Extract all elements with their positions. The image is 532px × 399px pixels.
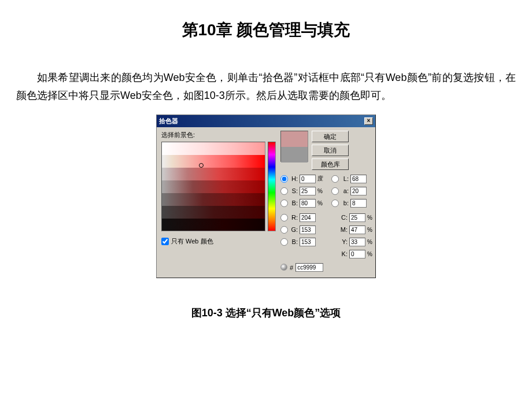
y-unit: %	[367, 239, 376, 245]
dialog-title: 拾色器	[159, 117, 178, 125]
c-input[interactable]	[349, 213, 365, 222]
s-input[interactable]	[300, 187, 316, 195]
y-input[interactable]	[349, 238, 365, 246]
l-input[interactable]	[350, 175, 367, 183]
r-radio[interactable]	[280, 214, 288, 221]
bb-radio[interactable]	[280, 238, 288, 246]
bv-unit: %	[317, 200, 327, 206]
h-label: H:	[290, 175, 298, 182]
b-label: b:	[341, 200, 349, 206]
color-swatch	[280, 131, 308, 162]
k-unit: %	[367, 251, 376, 257]
hue-slider[interactable]	[268, 142, 276, 231]
color-field[interactable]	[161, 142, 265, 231]
bv-radio[interactable]	[280, 200, 288, 207]
swatch-new	[281, 131, 308, 147]
web-only-label: 只有 Web 颜色	[171, 237, 213, 246]
s-unit: %	[317, 188, 327, 194]
y-label: Y:	[339, 238, 348, 245]
h-radio[interactable]	[280, 175, 288, 183]
hex-input[interactable]	[295, 263, 323, 272]
page-title: 第10章 颜色管理与填充	[16, 19, 516, 41]
a-label: a:	[341, 187, 349, 194]
color-picker-dialog: 拾色器 × 选择前景色:	[156, 114, 376, 278]
r-input[interactable]	[300, 213, 316, 222]
bv-input[interactable]	[300, 199, 316, 208]
a-radio[interactable]	[331, 187, 339, 195]
a-input[interactable]	[350, 187, 367, 195]
s-label: S:	[290, 187, 298, 194]
s-radio[interactable]	[280, 187, 288, 195]
cancel-button[interactable]: 取消	[312, 145, 349, 156]
figure-caption: 图10-3 选择“只有Web颜色”选项	[16, 306, 516, 320]
ok-button[interactable]: 确定	[312, 131, 349, 142]
b-input[interactable]	[350, 199, 367, 208]
hex-hash: #	[290, 264, 293, 271]
m-unit: %	[367, 227, 376, 233]
g-radio[interactable]	[280, 226, 288, 234]
hex-orb-icon	[280, 264, 287, 271]
c-unit: %	[367, 215, 376, 221]
choose-foreground-label: 选择前景色:	[161, 131, 276, 139]
bb-label: B:	[290, 238, 298, 245]
m-label: M:	[339, 226, 348, 233]
body-paragraph: 如果希望调出来的颜色均为Web安全色，则单击“拾色器”对话框中底部“只有Web颜…	[16, 69, 516, 104]
web-only-checkbox[interactable]	[161, 238, 169, 245]
h-input[interactable]	[300, 175, 316, 183]
color-values: H: 度 S: %	[280, 173, 376, 272]
bv-label: B:	[290, 200, 298, 206]
swatch-current	[281, 147, 308, 162]
r-label: R:	[290, 214, 298, 221]
b-radio[interactable]	[331, 200, 339, 207]
k-label: K:	[339, 250, 348, 257]
c-label: C:	[339, 214, 348, 221]
l-radio[interactable]	[331, 175, 339, 183]
g-input[interactable]	[300, 226, 316, 234]
k-input[interactable]	[349, 250, 365, 258]
close-icon[interactable]: ×	[364, 117, 373, 125]
l-label: L:	[341, 175, 349, 182]
g-label: G:	[290, 226, 298, 233]
h-unit: 度	[317, 175, 327, 183]
bb-input[interactable]	[300, 238, 316, 246]
m-input[interactable]	[349, 226, 365, 234]
dialog-titlebar[interactable]: 拾色器 ×	[157, 115, 375, 127]
color-library-button[interactable]: 颜色库	[312, 158, 349, 170]
